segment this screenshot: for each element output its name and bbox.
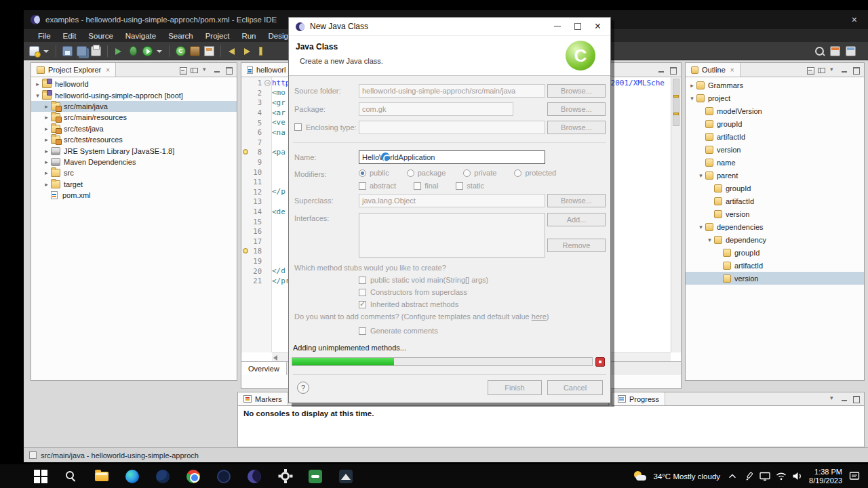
tree-expand-icon[interactable]: ▸ [688, 82, 696, 89]
debug-perspective-icon[interactable] [846, 46, 856, 56]
outline-item-groupid[interactable]: groupId [686, 246, 864, 259]
explorer-item-maven-dependencies[interactable]: ▸Maven Dependencies [31, 157, 237, 167]
tree-collapse-icon[interactable]: ▾ [697, 172, 705, 179]
print-icon[interactable] [91, 46, 101, 56]
enclosing-type-checkbox[interactable] [294, 123, 302, 131]
link-with-editor-icon[interactable] [818, 66, 825, 74]
notifications-icon[interactable] [848, 471, 860, 482]
run-dropdown-icon[interactable] [157, 46, 163, 56]
explorer-item-target[interactable]: ▸target [31, 179, 237, 190]
tree-expand-icon[interactable]: ▸ [43, 169, 50, 176]
configure-templates-link[interactable]: here [532, 312, 547, 321]
back-icon[interactable] [227, 46, 237, 56]
explorer-item-pom-xml[interactable]: pom.xml [31, 190, 237, 201]
chrome-button[interactable] [185, 468, 201, 485]
weather-icon[interactable] [633, 471, 647, 482]
save-icon[interactable] [62, 46, 73, 56]
pen-icon[interactable] [743, 471, 754, 482]
settings-button[interactable] [277, 468, 293, 485]
tree-collapse-icon[interactable]: ▾ [34, 92, 41, 99]
outline-item-grammars[interactable]: ▸Grammars [686, 79, 864, 92]
menu-navigate[interactable]: Navigate [119, 32, 162, 40]
maximize-icon[interactable] [852, 66, 860, 74]
generate-comments-option[interactable]: Generate comments [359, 325, 438, 337]
stub-option-inherited-abstract-methods[interactable]: Inherited abstract methods [359, 298, 488, 310]
modifier-checkbox-static[interactable]: static [456, 182, 484, 190]
edge-button[interactable] [124, 468, 140, 485]
tree-expand-icon[interactable]: ▸ [43, 125, 50, 132]
explorer-item-src[interactable]: ▸src [31, 167, 237, 178]
last-edit-icon[interactable] [259, 47, 262, 56]
outline-item-groupid[interactable]: groupId [686, 182, 864, 195]
new-package-icon[interactable] [190, 46, 200, 56]
maximize-icon[interactable] [669, 66, 677, 74]
menu-edit[interactable]: Edit [57, 32, 83, 40]
taskbar-clock[interactable]: 1:38 PM 8/19/2023 [809, 468, 842, 485]
tab-outline[interactable]: Outline × [686, 63, 741, 77]
app-green-button[interactable] [307, 468, 323, 485]
finish-button[interactable]: Finish [488, 380, 542, 395]
dialog-maximize-icon[interactable] [574, 23, 581, 30]
outline-item-artifactid[interactable]: artifactId [686, 130, 864, 143]
dialog-minimize-icon[interactable] [554, 26, 561, 27]
explorer-item-jre-system-library-javase-1-8[interactable]: ▸JRE System Library [JavaSE-1.8] [31, 145, 237, 156]
ruler-marker[interactable] [673, 113, 679, 115]
menu-search[interactable]: Search [162, 32, 199, 40]
explorer-item-src-main-resources[interactable]: ▸src/main/resources [31, 112, 237, 123]
help-button[interactable]: ? [297, 382, 309, 394]
tab-project-explorer[interactable]: Project Explorer × [31, 63, 116, 77]
interfaces-remove-button[interactable]: Remove [547, 239, 606, 252]
stub-option-constructors-from-superclass[interactable]: Constructors from superclass [359, 286, 488, 298]
minimize-icon[interactable] [658, 66, 665, 74]
outline-item-dependencies[interactable]: ▾dependencies [686, 220, 864, 233]
modifier-radio-private[interactable]: private [463, 169, 496, 177]
menu-source[interactable]: Source [82, 32, 119, 40]
outline-item-modelversion[interactable]: modelVersion [686, 104, 864, 117]
interfaces-add-button[interactable]: Add... [547, 213, 606, 226]
cancel-button[interactable]: Cancel [547, 380, 603, 395]
search-icon[interactable] [814, 46, 825, 56]
explorer-item-helloworld[interactable]: ▸helloworld [31, 79, 237, 89]
tree-expand-icon[interactable]: ▸ [43, 159, 50, 165]
monitor-icon[interactable] [759, 471, 770, 482]
explorer-item-src-test-resources[interactable]: ▸src/test/resources [31, 134, 237, 145]
outline-item-dependency[interactable]: ▾dependency [686, 233, 864, 246]
enclosing-type-browse-button[interactable]: Browse... [547, 121, 606, 134]
tree-collapse-icon[interactable]: ▾ [706, 237, 713, 243]
new-class-icon[interactable]: C [176, 46, 186, 56]
enclosing-type-field[interactable] [359, 121, 545, 134]
vertical-scrollbar-thumb[interactable] [673, 79, 679, 126]
link-with-editor-icon[interactable] [191, 66, 198, 74]
modifier-radio-public[interactable]: public [359, 169, 389, 177]
generate-comments-checkbox[interactable] [359, 327, 366, 335]
package-browse-button[interactable]: Browse... [547, 102, 606, 116]
java-perspective-icon[interactable] [830, 46, 840, 56]
outline-item-name[interactable]: name [686, 156, 864, 169]
collapse-all-icon[interactable] [806, 66, 814, 74]
maximize-icon[interactable] [852, 395, 860, 403]
view-menu-icon[interactable] [202, 66, 210, 74]
tab-progress[interactable]: Progress [612, 392, 665, 405]
outline-item-artifactid[interactable]: artifactId [686, 259, 864, 272]
view-menu-icon[interactable] [829, 395, 837, 403]
file-explorer-button[interactable] [94, 468, 110, 485]
explorer-item-helloworld-using-simple-approch-boot[interactable]: ▾helloworld-using-simple-approch [boot] [31, 89, 237, 100]
tab-close-icon[interactable]: × [106, 66, 110, 74]
tree-expand-icon[interactable]: ▸ [43, 181, 50, 188]
tree-expand-icon[interactable]: ▸ [34, 81, 41, 87]
dropdown-icon[interactable] [43, 46, 50, 56]
tab-editor-pom[interactable]: helloworl [241, 63, 292, 77]
tree-collapse-icon[interactable]: ▾ [688, 95, 696, 102]
fold-icon[interactable] [263, 80, 272, 86]
modifier-radio-package[interactable]: package [407, 169, 446, 177]
window-close-icon[interactable]: × [848, 14, 861, 25]
search-button[interactable] [63, 468, 79, 485]
superclass-browse-button[interactable]: Browse... [547, 194, 606, 207]
explorer-item-src-main-java[interactable]: ▸src/main/java [31, 101, 237, 112]
tab-markers[interactable]: Markers [238, 392, 288, 405]
tree-expand-icon[interactable]: ▸ [43, 136, 50, 143]
editor-overview-ruler[interactable] [671, 77, 681, 352]
source-folder-browse-button[interactable]: Browse... [547, 84, 606, 98]
stub-option-public-static-void-main-string-args[interactable]: public static void main(String[] args) [359, 274, 488, 286]
tab-overview[interactable]: Overview [241, 362, 287, 375]
